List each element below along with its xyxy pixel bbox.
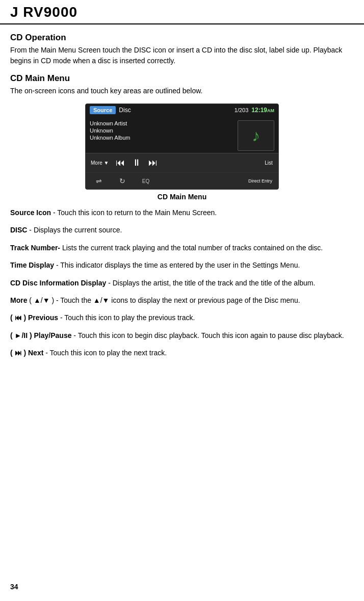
play-pause-icon: ⏸ (132, 158, 141, 168)
cd-track: Unknown (90, 127, 233, 134)
cd-screen: Source Disc 1/203 12:19AM Unknown Artist (85, 103, 279, 190)
list-button[interactable]: List (261, 158, 276, 168)
source-button[interactable]: Source (90, 106, 116, 114)
cd-album-art: ♪ (238, 120, 274, 151)
shuffle-icon: ⇌ (96, 177, 102, 185)
desc-more: More ( ▲/▼ ) - Touch the ▲/▼ icons to di… (10, 295, 354, 306)
cd-top-bar: Source Disc 1/203 12:19AM (86, 104, 278, 116)
time-display-label: Time Display (10, 261, 54, 269)
direct-entry-label: Direct Entry (248, 178, 272, 184)
cd-middle: Unknown Artist Unknown Unknown Album ♪ (86, 116, 278, 153)
cd-controls-row1: More ▼ ⏮ ⏸ ⏭ List (86, 153, 278, 172)
play-pause-label: ( ►/II ) Play/Pause (10, 331, 71, 339)
music-note-icon: ♪ (252, 126, 260, 145)
cd-top-right: 1/203 12:19AM (235, 107, 274, 114)
time-display: 12:19AM (251, 107, 274, 114)
eq-label: EQ (142, 178, 149, 184)
disc-desc-label: DISC (10, 226, 27, 234)
cd-controls-row2: ⇌ ↻ EQ Direct Entry (86, 172, 278, 189)
next-text: - Touch this icon to play the next track… (45, 349, 167, 357)
cd-source-area: Source Disc (90, 106, 235, 114)
cd-main-menu-section: CD Main Menu The on-screen icons and tou… (10, 73, 354, 96)
header: J RV9000 (0, 0, 364, 24)
disc-label: Disc (119, 107, 131, 114)
previous-label: ( ⏮ ) Previous (10, 313, 58, 322)
cd-album: Unknown Album (90, 135, 233, 141)
track-number-display: 1/203 (235, 107, 249, 113)
shuffle-button[interactable]: ⇌ (88, 175, 110, 187)
prev-icon: ⏮ (116, 158, 125, 168)
list-label: List (265, 160, 273, 166)
page-title: J RV9000 (10, 4, 77, 20)
time-ampm: AM (267, 108, 274, 113)
cd-disc-info-text: - Displays the artist, the title of the … (108, 279, 315, 287)
desc-time-display: Time Display - This indicator displays t… (10, 259, 354, 271)
desc-play-pause: ( ►/II ) Play/Pause - Touch this icon to… (10, 330, 354, 341)
next-icon: ⏭ (148, 158, 158, 168)
more-desc-text: ( ▲/▼ ) - Touch the ▲/▼ icons to display… (29, 296, 300, 304)
cd-artist: Unknown Artist (90, 120, 233, 126)
more-button[interactable]: More ▼ (88, 158, 112, 168)
more-label: More ▼ (91, 160, 109, 166)
repeat-button[interactable]: ↻ (111, 175, 134, 187)
next-label: ( ⏭ ) Next (10, 349, 43, 357)
eq-button[interactable]: EQ (135, 176, 157, 186)
cd-screen-container: Source Disc 1/203 12:19AM Unknown Artist (10, 103, 354, 190)
desc-previous: ( ⏮ ) Previous - Touch this icon to play… (10, 312, 354, 323)
desc-next: ( ⏭ ) Next - Touch this icon to play the… (10, 347, 354, 358)
cd-main-menu-intro: The on-screen icons and touch key areas … (10, 86, 354, 96)
desc-cd-disc-info: CD Disc Information Display - Displays t… (10, 277, 354, 289)
play-pause-text: - Touch this icon to begin disc playback… (73, 331, 344, 339)
time-value: 12:19 (251, 107, 267, 114)
prev-button[interactable]: ⏮ (113, 155, 128, 170)
repeat-icon: ↻ (119, 177, 125, 185)
play-pause-button[interactable]: ⏸ (129, 155, 144, 170)
desc-track-number: Track Number- Lists the current track pl… (10, 242, 354, 253)
desc-source-icon: Source Icon - Touch this icon to return … (10, 207, 354, 218)
cd-text-info: Unknown Artist Unknown Unknown Album (90, 120, 233, 151)
page-number: 34 (10, 583, 18, 591)
cd-screen-caption: CD Main Menu (10, 193, 354, 201)
desc-disc: DISC - Displays the current source. (10, 224, 354, 236)
track-number-text: Lists the current track playing and the … (62, 244, 323, 252)
cd-disc-info-label: CD Disc Information Display (10, 279, 106, 287)
next-button[interactable]: ⏭ (145, 155, 161, 170)
direct-entry-button[interactable]: Direct Entry (244, 176, 276, 186)
disc-desc-text: - Displays the current source. (29, 226, 122, 234)
source-icon-label: Source Icon (10, 208, 51, 217)
time-display-text: - This indicator displays the time as en… (56, 261, 300, 269)
source-icon-text: - Touch this icon to return to the Main … (53, 208, 217, 217)
previous-text: - Touch this icon to play the previous t… (60, 313, 195, 322)
cd-operation-section: CD Operation From the Main Menu Screen t… (10, 33, 354, 66)
track-number-label: Track Number- (10, 244, 60, 252)
cd-operation-text: From the Main Menu Screen touch the DISC… (10, 45, 354, 66)
cd-main-menu-title: CD Main Menu (10, 73, 354, 84)
more-desc-label: More (10, 296, 27, 304)
cd-operation-title: CD Operation (10, 33, 354, 43)
